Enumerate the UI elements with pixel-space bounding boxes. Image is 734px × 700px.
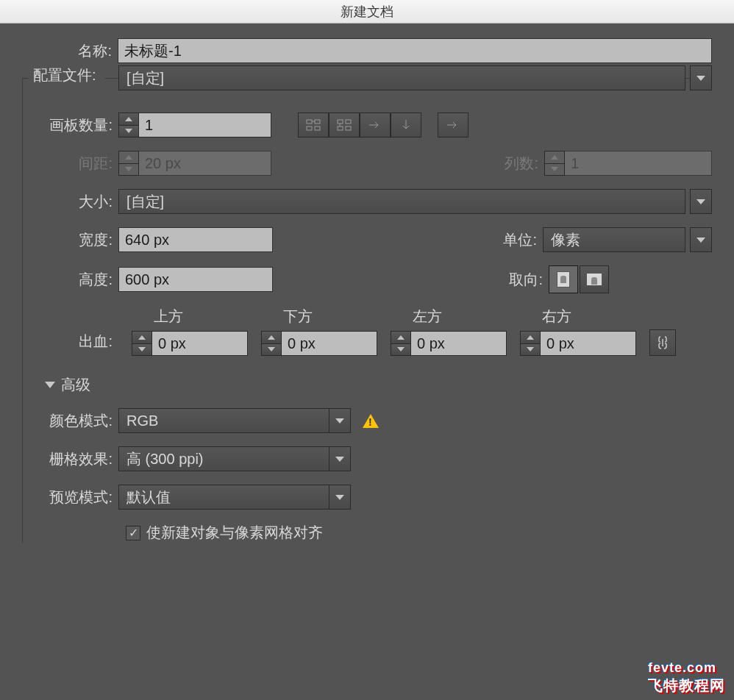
- spin-down-icon[interactable]: [391, 343, 411, 357]
- color-mode-label: 颜色模式:: [23, 411, 118, 431]
- name-label: 名称:: [22, 41, 118, 61]
- landscape-icon: [586, 273, 602, 286]
- col-down-icon[interactable]: [391, 113, 421, 138]
- raster-effects-value: 高 (300 ppi): [118, 446, 329, 471]
- spin-down-icon: [544, 163, 565, 176]
- row-rtl-icon[interactable]: [438, 113, 468, 138]
- height-input[interactable]: 600 px: [118, 267, 273, 292]
- bleed-left-header: 左方: [391, 307, 507, 326]
- spin-up-icon[interactable]: [520, 331, 541, 343]
- height-label: 高度:: [23, 270, 118, 290]
- bleed-right-value[interactable]: 0 px: [541, 331, 636, 356]
- dialog-content: 名称: 未标题-1 配置文件: [自定] 画板数量: 1: [0, 24, 734, 557]
- name-input[interactable]: 未标题-1: [118, 38, 712, 63]
- row-ltr-icon[interactable]: [360, 113, 391, 138]
- preview-mode-dropdown[interactable]: 默认值: [118, 485, 351, 510]
- watermark-cn: 飞特教程网: [648, 676, 725, 696]
- spacing-value: 20 px: [139, 151, 271, 176]
- svg-rect-3: [315, 126, 320, 130]
- bleed-top-value[interactable]: 0 px: [152, 331, 248, 356]
- bleed-right-header: 右方: [520, 307, 636, 326]
- bleed-bottom-header: 下方: [261, 307, 377, 326]
- spin-down-icon: [118, 163, 139, 176]
- spin-up-icon[interactable]: [132, 331, 152, 343]
- units-label: 单位:: [503, 230, 543, 250]
- preview-mode-label: 预览模式:: [23, 488, 118, 507]
- spin-up-icon[interactable]: [261, 331, 282, 343]
- window-title: 新建文档: [341, 3, 393, 21]
- columns-value: 1: [565, 151, 712, 176]
- size-value: [自定]: [118, 189, 685, 214]
- align-pixel-label: 使新建对象与像素网格对齐: [146, 523, 323, 543]
- orientation-group: [549, 265, 609, 293]
- svg-rect-0: [307, 120, 312, 124]
- watermark-en: fevte.com: [648, 660, 716, 675]
- bleed-bottom-spinner[interactable]: 0 px: [261, 331, 377, 356]
- spin-down-icon[interactable]: [520, 343, 541, 357]
- bleed-top-header: 上方: [132, 307, 248, 326]
- units-dropdown[interactable]: 像素: [543, 227, 712, 252]
- svg-rect-2: [307, 126, 312, 130]
- link-icon: [658, 335, 668, 350]
- advanced-label: 高级: [61, 375, 90, 395]
- bleed-top-spinner[interactable]: 0 px: [132, 331, 248, 356]
- grid-by-col-icon[interactable]: [329, 113, 360, 138]
- title-bar: 新建文档: [0, 0, 734, 24]
- chevron-down-icon: [329, 446, 351, 471]
- artboards-label: 画板数量:: [23, 115, 118, 135]
- spin-down-icon[interactable]: [118, 125, 139, 138]
- spin-up-icon: [544, 151, 565, 163]
- color-mode-dropdown[interactable]: RGB: [118, 408, 351, 433]
- landscape-button[interactable]: [580, 265, 609, 293]
- color-mode-value: RGB: [118, 408, 329, 433]
- spin-up-icon: [118, 151, 139, 163]
- svg-rect-7: [346, 126, 351, 130]
- bleed-right-spinner[interactable]: 0 px: [520, 331, 636, 356]
- spin-down-icon[interactable]: [261, 343, 282, 357]
- svg-rect-4: [338, 120, 343, 124]
- chevron-down-icon: [690, 189, 712, 214]
- spacing-label: 间距:: [23, 154, 118, 174]
- size-dropdown[interactable]: [自定]: [118, 189, 712, 214]
- settings-fieldset: 配置文件: [自定] 画板数量: 1: [22, 78, 712, 543]
- warning-icon: [363, 414, 379, 428]
- bleed-left-value[interactable]: 0 px: [411, 331, 507, 356]
- advanced-disclosure[interactable]: 高级: [45, 375, 712, 395]
- chevron-down-icon: [329, 485, 351, 510]
- preview-mode-value: 默认值: [118, 485, 329, 510]
- svg-rect-5: [346, 120, 351, 124]
- raster-effects-dropdown[interactable]: 高 (300 ppi): [118, 446, 351, 471]
- profile-dropdown[interactable]: [自定]: [118, 65, 712, 90]
- chevron-down-icon: [690, 65, 712, 90]
- bleed-left-spinner[interactable]: 0 px: [391, 331, 507, 356]
- align-pixel-row[interactable]: ✓ 使新建对象与像素网格对齐: [126, 523, 712, 543]
- chevron-down-icon: [329, 408, 351, 433]
- bleed-label: 出血:: [23, 332, 118, 356]
- svg-rect-1: [315, 120, 320, 124]
- spin-up-icon[interactable]: [391, 331, 411, 343]
- artboards-spinner[interactable]: 1: [118, 113, 271, 138]
- spacing-spinner: 20 px: [118, 151, 271, 176]
- width-input[interactable]: 640 px: [118, 227, 273, 252]
- bleed-bottom-value[interactable]: 0 px: [282, 331, 377, 356]
- profile-value: [自定]: [118, 65, 685, 90]
- watermark: fevte.com 飞特教程网: [648, 660, 725, 696]
- width-label: 宽度:: [23, 230, 118, 250]
- chevron-down-icon: [690, 227, 712, 252]
- spin-up-icon[interactable]: [118, 113, 139, 125]
- portrait-icon: [557, 271, 570, 288]
- artboards-value[interactable]: 1: [139, 113, 271, 138]
- svg-rect-6: [338, 126, 343, 130]
- link-bleed-button[interactable]: [649, 329, 676, 356]
- orientation-label: 取向:: [509, 270, 549, 290]
- align-pixel-checkbox[interactable]: ✓: [126, 526, 140, 540]
- disclosure-triangle-icon: [45, 382, 55, 388]
- grid-by-row-icon[interactable]: [298, 113, 329, 138]
- spin-down-icon[interactable]: [132, 343, 152, 357]
- columns-label: 列数:: [505, 154, 544, 174]
- raster-effects-label: 栅格效果:: [23, 449, 118, 469]
- size-label: 大小:: [23, 192, 118, 212]
- portrait-button[interactable]: [549, 265, 578, 293]
- units-value: 像素: [543, 227, 685, 252]
- artboard-arrange-group: [298, 113, 468, 138]
